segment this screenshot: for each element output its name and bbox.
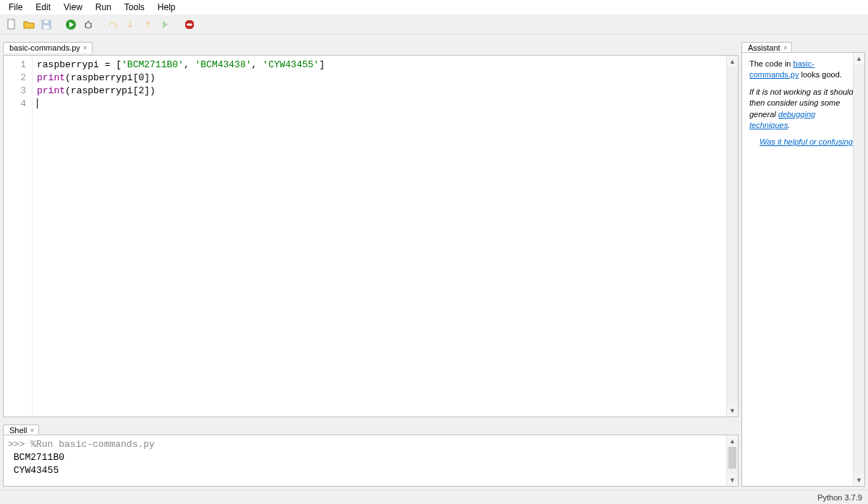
stop-button[interactable] — [182, 17, 197, 32]
run-button[interactable] — [64, 17, 78, 32]
shell-prompt: >>> — [8, 439, 30, 450]
menu-run[interactable]: Run — [90, 1, 117, 13]
line-number-gutter: 1 2 3 4 — [4, 56, 33, 417]
svg-rect-4 — [43, 25, 49, 29]
shell-section: Shell × >>> %Run basic-commands.py BCM27… — [3, 420, 739, 487]
assistant-scrollbar[interactable]: ▲ ▼ — [853, 53, 864, 486]
svg-rect-3 — [44, 20, 48, 23]
scroll-up-icon[interactable]: ▲ — [727, 435, 738, 447]
shell-command: %Run basic-commands.py — [30, 439, 155, 450]
code-token: = [ — [99, 59, 122, 70]
code-token: ( — [65, 72, 71, 83]
save-file-button[interactable] — [39, 17, 54, 32]
svg-marker-18 — [163, 21, 168, 28]
left-column: basic-commands.py × 1 2 3 4 raspberrypi … — [0, 35, 741, 490]
scroll-up-icon[interactable]: ▲ — [727, 56, 738, 67]
shell-tab-row: Shell × — [3, 420, 739, 435]
menu-edit[interactable]: Edit — [30, 1, 56, 13]
code-token: print — [37, 72, 65, 83]
code-token: , — [184, 59, 195, 70]
open-file-button[interactable] — [22, 17, 36, 32]
svg-rect-20 — [187, 23, 192, 25]
line-number: 4 — [7, 98, 26, 111]
line-number: 3 — [7, 85, 26, 98]
debug-button[interactable] — [81, 17, 95, 32]
step-over-button[interactable] — [106, 17, 120, 32]
python-version: Python 3.7.9 — [817, 493, 862, 502]
text-cursor — [37, 98, 38, 108]
editor-scrollbar[interactable]: ▲ ▼ — [726, 56, 738, 417]
menu-file[interactable]: File — [3, 1, 28, 13]
shell-line: CYW43455 — [14, 465, 59, 476]
line-number: 1 — [7, 59, 26, 72]
scroll-down-icon[interactable]: ▼ — [727, 474, 738, 486]
main-area: basic-commands.py × 1 2 3 4 raspberrypi … — [0, 35, 868, 490]
svg-point-7 — [85, 22, 91, 28]
code-token: raspberrypi — [71, 85, 133, 96]
assistant-hint: If it is not working as it should, then … — [749, 87, 857, 132]
feedback-link[interactable]: Was it helpful or confusing? — [760, 137, 857, 146]
status-bar: Python 3.7.9 — [0, 490, 868, 504]
code-area[interactable]: raspberrypi = ['BCM2711B0', 'BCM43438', … — [33, 56, 738, 417]
shell-tab-label: Shell — [9, 426, 27, 435]
assistant-text: The code in basic-commands.py looks good… — [749, 59, 857, 81]
scroll-up-icon[interactable]: ▲ — [854, 53, 864, 64]
code-token: print — [37, 85, 65, 96]
svg-marker-15 — [128, 25, 132, 28]
assistant-tab-row: Assistant × — [741, 38, 865, 52]
assistant-text-fragment: The code in — [749, 59, 793, 68]
step-out-button[interactable] — [140, 17, 155, 32]
code-token: 'BCM2711B0' — [122, 59, 184, 70]
code-token: raspberrypi — [71, 72, 133, 83]
code-token: ]) — [144, 85, 156, 96]
line-number: 2 — [7, 72, 26, 85]
shell-tab[interactable]: Shell × — [3, 424, 39, 435]
assistant-text-fragment: . — [788, 121, 790, 129]
assistant-tab-label: Assistant — [748, 43, 780, 52]
scroll-thumb[interactable] — [728, 447, 736, 469]
new-file-button[interactable] — [4, 17, 19, 32]
scroll-down-icon[interactable]: ▼ — [854, 474, 864, 486]
code-token: raspberrypi — [37, 59, 99, 70]
close-icon[interactable]: × — [783, 44, 788, 52]
menu-help[interactable]: Help — [152, 1, 182, 13]
right-column: Assistant × The code in basic-commands.p… — [741, 35, 868, 490]
menu-view[interactable]: View — [58, 1, 88, 13]
code-token: ] — [319, 59, 325, 70]
close-icon[interactable]: × — [83, 44, 88, 52]
assistant-tab[interactable]: Assistant × — [741, 42, 792, 53]
code-token: 'BCM43438' — [195, 59, 251, 70]
svg-marker-17 — [145, 21, 150, 24]
shell-output[interactable]: >>> %Run basic-commands.py BCM2711B0 CYW… — [4, 435, 738, 486]
code-token: ]) — [144, 72, 156, 83]
scroll-down-icon[interactable]: ▼ — [727, 405, 738, 417]
close-icon[interactable]: × — [30, 427, 34, 435]
resume-button[interactable] — [158, 17, 172, 32]
assistant-text-fragment: looks good. — [799, 70, 841, 79]
assistant-panel: The code in basic-commands.py looks good… — [741, 52, 865, 487]
editor-tab-label: basic-commands.py — [9, 43, 80, 52]
editor-tab[interactable]: basic-commands.py × — [3, 42, 93, 53]
code-token: ( — [65, 85, 71, 96]
shell-line: BCM2711B0 — [14, 452, 64, 463]
step-into-button[interactable] — [123, 17, 137, 32]
code-token: 'CYW43455' — [263, 59, 319, 70]
menu-tools[interactable]: Tools — [119, 1, 150, 13]
toolbar — [0, 14, 868, 35]
editor-tab-row: basic-commands.py × — [3, 38, 739, 52]
assistant-feedback: Was it helpful or confusing? — [749, 137, 857, 148]
code-editor[interactable]: 1 2 3 4 raspberrypi = ['BCM2711B0', 'BCM… — [3, 55, 739, 417]
code-token: , — [252, 59, 263, 70]
menu-bar: File Edit View Run Tools Help — [0, 0, 868, 14]
shell-panel[interactable]: >>> %Run basic-commands.py BCM2711B0 CYW… — [3, 435, 739, 487]
shell-scrollbar[interactable]: ▲ ▼ — [726, 435, 738, 486]
